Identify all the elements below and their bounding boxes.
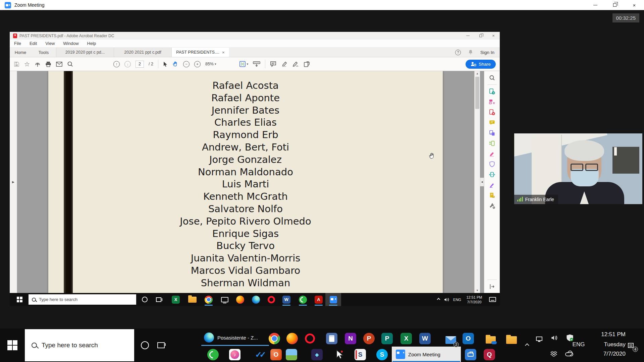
cortana-button[interactable] (138, 328, 152, 362)
email-icon[interactable] (56, 62, 62, 67)
organize-pages-icon[interactable] (488, 98, 496, 106)
itunes-icon[interactable]: ♪ (228, 348, 241, 361)
minimize-button[interactable] (586, 0, 605, 10)
tab-tools[interactable]: Tools (31, 48, 56, 57)
volume-icon[interactable] (443, 293, 451, 306)
edge-window-button[interactable]: Posasistente - Z... (201, 329, 270, 346)
zoom-window-button[interactable]: Zoom Meeting (392, 347, 461, 362)
fill-sign-tool-icon[interactable] (488, 181, 496, 189)
acrobat-icon[interactable]: A (313, 293, 324, 306)
doc-tab-active[interactable]: PAST PRESIDENTS.... × (171, 48, 229, 57)
briefcase-app-icon[interactable] (464, 348, 477, 361)
calculator-icon[interactable] (325, 332, 338, 345)
cortana-button[interactable] (139, 293, 150, 306)
dropbox-tray-icon[interactable] (549, 349, 559, 359)
search-input[interactable]: Type here to search (29, 294, 136, 305)
file-explorer-icon[interactable] (187, 293, 198, 306)
clock-date[interactable]: 7/7/2020 (587, 351, 626, 357)
search-input[interactable]: Type here to search (25, 329, 134, 361)
display-tray-icon[interactable] (534, 334, 544, 343)
powerpoint-icon[interactable]: P (362, 332, 376, 345)
compress-pdf-icon[interactable] (488, 140, 496, 147)
start-button[interactable] (13, 293, 26, 306)
volume-tray-icon[interactable] (549, 333, 559, 343)
chrome-icon[interactable] (203, 293, 214, 306)
sign-in-button[interactable]: Sign In (480, 50, 494, 55)
left-pane-toggle[interactable]: ▶ (10, 71, 17, 293)
diamond-app-icon[interactable]: ◆ (310, 348, 324, 361)
touch-keyboard-icon[interactable] (487, 293, 497, 306)
acrobat-minimize-button[interactable] (462, 32, 474, 40)
protect-shield-icon[interactable] (488, 161, 496, 168)
zoom-in-icon[interactable]: + (194, 61, 201, 67)
create-pdf-icon[interactable] (488, 109, 496, 116)
q-app-icon[interactable]: Q (483, 348, 496, 361)
upload-cloud-icon[interactable] (35, 61, 41, 67)
more-tools-icon[interactable] (488, 202, 496, 209)
edit-pdf-icon[interactable] (488, 150, 496, 158)
menu-file[interactable]: File (14, 41, 21, 46)
selection-pointer-icon[interactable] (163, 61, 168, 67)
close-button[interactable]: × (625, 0, 644, 10)
sway-app-icon[interactable]: S (354, 348, 367, 361)
skype-icon[interactable]: S (375, 348, 389, 361)
fill-sign-pen-icon[interactable] (292, 61, 299, 67)
star-icon[interactable]: ☆ (24, 61, 30, 67)
participant-video[interactable]: Franklin Earle (514, 133, 642, 204)
menu-window[interactable]: Window (63, 41, 78, 46)
page-number-input[interactable]: 2 (136, 61, 144, 68)
onedrive-folder-icon[interactable] (484, 333, 497, 347)
restore-button[interactable] (605, 0, 625, 10)
task-view-button[interactable] (154, 328, 168, 362)
vertical-scrollbar[interactable]: ▲ ▼ (474, 71, 480, 293)
opera-icon[interactable] (266, 293, 277, 306)
bell-icon[interactable] (468, 49, 473, 56)
hand-tool-icon[interactable] (172, 61, 178, 67)
open-tools-pane-icon[interactable] (488, 283, 496, 290)
highlighter-icon[interactable] (281, 61, 287, 67)
word-icon[interactable]: W (418, 332, 432, 345)
combine-files-icon[interactable] (488, 129, 496, 137)
tab-home[interactable]: Home (10, 48, 31, 57)
scroll-up-icon[interactable]: ▲ (475, 72, 480, 75)
publisher-icon[interactable]: P (380, 332, 394, 345)
whatsapp-icon[interactable] (298, 293, 308, 306)
toolbar-presentation-icon[interactable] (253, 61, 260, 67)
office-icon[interactable]: O (269, 348, 283, 361)
excel-icon[interactable]: X (170, 293, 181, 306)
films-tv-icon[interactable] (219, 293, 230, 306)
comment-icon[interactable] (270, 61, 276, 67)
doc-tab-2[interactable]: 2020 2021 ppt c.pdf (114, 48, 171, 57)
stamp-tag-icon[interactable] (304, 61, 310, 67)
tab-close-icon[interactable]: × (222, 50, 225, 55)
zoom-level-dropdown[interactable]: 85% ▾ (205, 62, 216, 66)
blue-check-app-icon[interactable]: ✓✓ (253, 348, 268, 361)
edge-icon[interactable] (251, 293, 261, 306)
zoom-out-icon[interactable]: − (183, 61, 190, 67)
menu-view[interactable]: View (45, 41, 55, 46)
menu-edit[interactable]: Edit (30, 41, 37, 46)
task-view-button[interactable] (153, 293, 164, 306)
zoom-taskbar-icon[interactable] (325, 293, 341, 306)
outlook-icon[interactable]: O (462, 332, 475, 345)
opera-icon[interactable] (303, 332, 317, 345)
excel-icon[interactable]: X (399, 332, 413, 345)
chevron-up-icon[interactable] (435, 293, 442, 306)
language-indicator[interactable]: ENG (570, 341, 587, 348)
word-icon[interactable]: W (281, 293, 292, 306)
export-pdf-icon[interactable] (488, 88, 496, 95)
share-button[interactable]: Share (466, 60, 496, 69)
search-icon[interactable] (67, 61, 73, 67)
whatsapp-icon[interactable] (206, 348, 220, 361)
pdf-page[interactable]: Rafael Acosta Rafael Aponte Jennifer Bat… (48, 71, 443, 293)
scrollbar-thumb[interactable] (475, 77, 479, 109)
clock[interactable]: 12:51 PM 7/7/2020 (463, 293, 485, 306)
menu-help[interactable]: Help (87, 41, 96, 46)
file-explorer-icon[interactable] (505, 333, 518, 347)
help-icon[interactable]: ? (455, 50, 461, 55)
chevron-up-icon[interactable] (522, 341, 532, 349)
onedrive-tray-icon[interactable] (564, 350, 575, 359)
onenote-icon[interactable]: N (344, 332, 357, 345)
tools-pane-toggle[interactable]: ◀ (480, 178, 484, 186)
find-tool-icon[interactable] (488, 74, 496, 81)
